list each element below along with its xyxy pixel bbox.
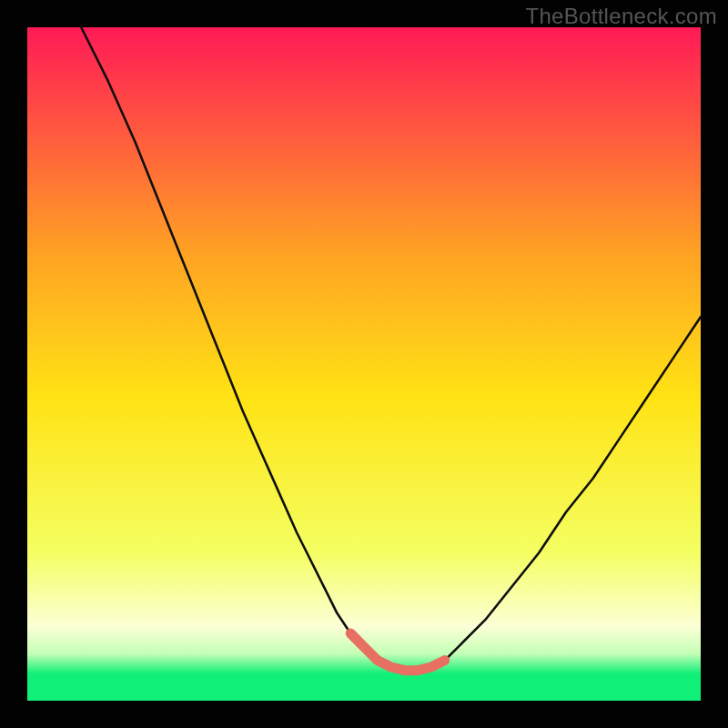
watermark-label: TheBottleneck.com [525, 4, 717, 29]
bottleneck-chart [0, 0, 728, 728]
chart-frame: TheBottleneck.com [0, 0, 728, 728]
